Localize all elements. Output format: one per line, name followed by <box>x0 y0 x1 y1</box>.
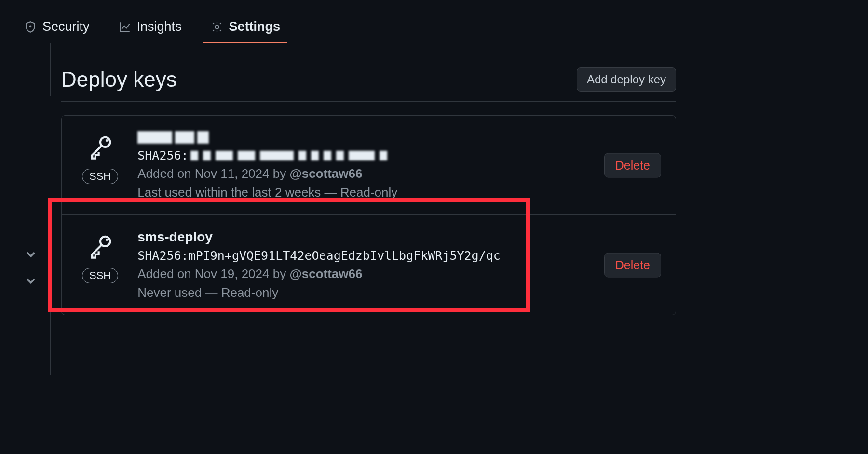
user-link[interactable]: @scottaw66 <box>289 267 362 281</box>
tab-insights[interactable]: Insights <box>114 11 187 43</box>
key-fingerprint: SHA256: <box>137 148 661 162</box>
user-link[interactable]: @scottaw66 <box>289 166 362 181</box>
key-added-text: Added on Nov 11, 2024 by @scottaw66 <box>137 166 661 181</box>
page-header: Deploy keys Add deploy key <box>61 67 676 102</box>
key-icon-block: SSH <box>82 130 118 184</box>
gear-icon <box>211 21 223 33</box>
chevron-down-icon[interactable] <box>25 248 37 262</box>
graph-icon <box>119 21 131 33</box>
main-content: Deploy keys Add deploy key SSH SHA256: <box>61 43 676 315</box>
deploy-key-row: SSH SHA256: <box>62 116 676 215</box>
shield-icon <box>24 21 37 33</box>
sidebar-section <box>0 43 51 96</box>
page-title: Deploy keys <box>61 67 177 92</box>
tab-label: Insights <box>137 19 182 34</box>
key-used-text: Last used within the last 2 weeks — Read… <box>137 185 661 200</box>
key-used-text: Never used — Read-only <box>137 285 661 300</box>
svg-point-1 <box>215 25 219 29</box>
svg-point-3 <box>106 139 108 142</box>
ssh-badge: SSH <box>82 268 118 283</box>
key-icon-block: SSH <box>82 229 118 283</box>
tab-settings[interactable]: Settings <box>206 11 285 43</box>
tab-label: Settings <box>229 19 281 34</box>
key-icon <box>87 134 113 162</box>
ssh-badge: SSH <box>82 169 118 184</box>
key-fingerprint: SHA256:mPI9n+gVQE91LT42eOeagEdzbIvlLbgFk… <box>137 249 661 263</box>
tab-label: Security <box>42 19 90 34</box>
key-details: sms-deploy SHA256:mPI9n+gVQE91LT42eOeagE… <box>137 229 661 300</box>
chevron-down-icon[interactable] <box>25 275 37 288</box>
tab-security[interactable]: Security <box>19 11 95 43</box>
deploy-keys-list: SSH SHA256: <box>61 115 676 315</box>
add-deploy-key-button[interactable]: Add deploy key <box>577 67 676 92</box>
repo-tabs: Security Insights Settings <box>0 0 868 43</box>
deploy-key-row: SSH sms-deploy SHA256:mPI9n+gVQE91LT42eO… <box>62 215 676 315</box>
svg-point-5 <box>106 239 108 241</box>
svg-point-0 <box>30 26 31 27</box>
key-details: SHA256: <box>137 130 661 200</box>
key-added-text: Added on Nov 19, 2024 by @scottaw66 <box>137 267 661 281</box>
delete-button[interactable]: Delete <box>604 153 661 177</box>
key-icon <box>87 233 113 261</box>
delete-button[interactable]: Delete <box>604 253 661 277</box>
key-name: sms-deploy <box>137 229 661 245</box>
key-name-redacted <box>137 130 661 145</box>
